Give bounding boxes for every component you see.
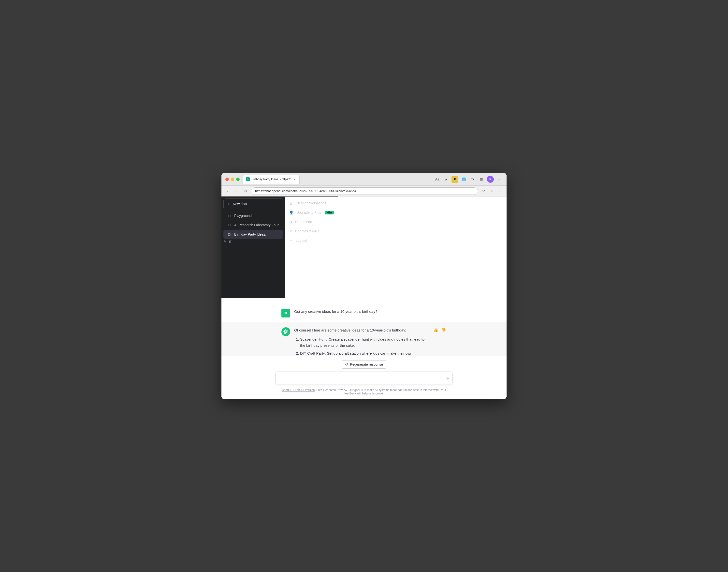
browser-window: C Birthday Party Ideas. - https:// × + A… xyxy=(222,173,506,399)
external-link-icon: ↗ xyxy=(289,229,292,233)
dark-mode-button[interactable]: ◑ Dark mode xyxy=(286,217,338,226)
upgrade-to-plus-button[interactable]: 👤 Upgrade to Plus NEW xyxy=(286,208,338,217)
new-chat-button[interactable]: + New chat xyxy=(223,199,284,209)
logout-label: Log out xyxy=(296,238,307,242)
user-icon: 👤 xyxy=(289,211,294,214)
forward-button[interactable]: › xyxy=(233,188,240,195)
footer-link[interactable]: ChatGPT Feb 13 Version xyxy=(282,388,315,392)
assistant-avatar xyxy=(281,327,290,336)
assistant-message: Of course! Here are some creative ideas … xyxy=(222,323,506,356)
updates-faq-button[interactable]: ↗ Updates & FAQ xyxy=(286,227,338,235)
user-message: CL Got any creative ideas for a 10 year … xyxy=(222,304,506,323)
dark-mode-label: Dark mode xyxy=(295,220,312,224)
updates-label: Updates & FAQ xyxy=(295,229,319,233)
main-content: + New chat □ Playground □ AI Research La… xyxy=(222,197,506,298)
tab-bar: C Birthday Party Ideas. - https:// × + xyxy=(243,175,431,184)
regenerate-icon: ↺ xyxy=(345,362,348,366)
thumbs-down-button[interactable]: 👎 xyxy=(441,327,447,333)
split-view-icon[interactable]: ⊟ xyxy=(478,176,485,183)
send-button[interactable]: ➤ xyxy=(446,376,450,381)
maximize-window-button[interactable] xyxy=(236,177,240,181)
thumbs-up-button[interactable]: 👍 xyxy=(433,327,439,333)
upgrade-label: Upgrade to Plus xyxy=(297,211,321,214)
message-actions: 👍 👎 xyxy=(433,327,447,333)
chat-input-area: ↺ Regenerate response ➤ ChatGPT Feb 13 V… xyxy=(222,356,506,399)
titlebar: C Birthday Party Ideas. - https:// × + A… xyxy=(222,173,506,186)
sidebar-bottom: 🗑 Clear conversations 👤 Upgrade to Plus … xyxy=(286,197,338,298)
dark-mode-icon: ◑ xyxy=(289,220,292,224)
regenerate-label: Regenerate response xyxy=(350,362,383,366)
sidebar-top: + New chat □ Playground □ AI Research La… xyxy=(223,199,284,296)
tab-favicon-icon: C xyxy=(246,177,250,181)
tab-label: Birthday Party Ideas. - https:// xyxy=(252,177,291,181)
tab-close-button[interactable]: × xyxy=(293,177,297,181)
chat-icon-3: □ xyxy=(227,232,231,236)
active-tab[interactable]: C Birthday Party Ideas. - https:// × xyxy=(243,175,300,184)
user-avatar: CL xyxy=(281,309,290,317)
titlebar-right: Aa ★ R 🌐 ↻ ⊟ P ··· xyxy=(434,176,503,183)
logout-icon: → xyxy=(289,238,293,242)
assistant-message-inner: Of course! Here are some creative ideas … xyxy=(275,327,453,356)
address-right-icons: Aa ☆ ··· xyxy=(480,188,504,195)
close-window-button[interactable] xyxy=(225,177,229,181)
user-message-inner: CL Got any creative ideas for a 10 year … xyxy=(275,309,453,317)
new-badge: NEW xyxy=(325,211,333,214)
sidebar-item-playground-label: Playground xyxy=(234,214,252,218)
sidebar-item-ai-research-label: AI Research Laboratory Foun xyxy=(234,223,279,227)
logout-button[interactable]: → Log out xyxy=(286,236,338,245)
refresh-extensions-icon[interactable]: ↻ xyxy=(469,176,476,183)
ideas-list: Scavenger Hunt: Create a scavenger hunt … xyxy=(294,337,429,356)
clear-conversations-button[interactable]: 🗑 Clear conversations xyxy=(286,199,338,208)
bookmark-icon[interactable]: ☆ xyxy=(488,188,495,195)
reload-button[interactable]: ↻ xyxy=(242,188,249,195)
extension-r-icon[interactable]: R xyxy=(452,176,458,183)
sidebar-item-playground[interactable]: □ Playground xyxy=(223,211,284,220)
sidebar: + New chat □ Playground □ AI Research La… xyxy=(222,197,286,298)
address-input[interactable] xyxy=(251,188,478,195)
edit-chat-button[interactable]: ✎ xyxy=(223,239,227,244)
extension-globe-icon[interactable]: 🌐 xyxy=(460,176,467,183)
minimize-window-button[interactable] xyxy=(231,177,234,181)
window-controls xyxy=(225,177,240,181)
favorites-icon[interactable]: ★ xyxy=(442,176,450,183)
back-button[interactable]: ‹ xyxy=(224,188,231,195)
sidebar-item-birthday-party[interactable]: □ Birthday Party Ideas. xyxy=(223,230,284,239)
chat-area: CL Got any creative ideas for a 10 year … xyxy=(222,298,506,399)
input-container: ➤ xyxy=(275,372,453,385)
delete-chat-button[interactable]: 🗑 xyxy=(228,239,232,244)
addressbar: ‹ › ↻ Aa ☆ ··· xyxy=(222,186,506,197)
sidebar-item-birthday-party-label: Birthday Party Ideas. xyxy=(234,232,266,236)
assistant-message-content: Of course! Here are some creative ideas … xyxy=(294,327,429,356)
assistant-intro: Of course! Here are some creative ideas … xyxy=(294,327,429,334)
chat-icon-2: □ xyxy=(227,223,231,227)
idea-item-1: Scavenger Hunt: Create a scavenger hunt … xyxy=(300,337,429,349)
trash-icon: 🗑 xyxy=(289,201,293,205)
clear-conversations-label: Clear conversations xyxy=(296,201,326,205)
reader-view-icon[interactable]: Aa xyxy=(480,188,487,195)
new-tab-button[interactable]: + xyxy=(302,176,309,183)
chat-icon: □ xyxy=(227,214,231,218)
idea-item-2: DIY Craft Party: Set up a craft station … xyxy=(300,350,429,356)
sidebar-item-ai-research[interactable]: □ AI Research Laboratory Foun xyxy=(223,221,284,229)
more-options-icon[interactable]: ··· xyxy=(496,176,503,183)
more-addr-icon[interactable]: ··· xyxy=(497,188,504,195)
regenerate-button[interactable]: ↺ Regenerate response xyxy=(341,360,387,369)
new-chat-label: New chat xyxy=(233,202,247,206)
chat-messages: CL Got any creative ideas for a 10 year … xyxy=(222,298,506,356)
reader-mode-icon[interactable]: Aa xyxy=(434,176,441,183)
send-icon: ➤ xyxy=(446,376,450,381)
user-message-content: Got any creative ideas for a 10 year old… xyxy=(294,309,447,315)
footer-text: ChatGPT Feb 13 Version. Free Research Pr… xyxy=(275,388,453,395)
new-chat-plus-icon: + xyxy=(228,202,230,206)
profile-avatar[interactable]: P xyxy=(487,176,494,183)
chat-input[interactable] xyxy=(275,372,453,384)
